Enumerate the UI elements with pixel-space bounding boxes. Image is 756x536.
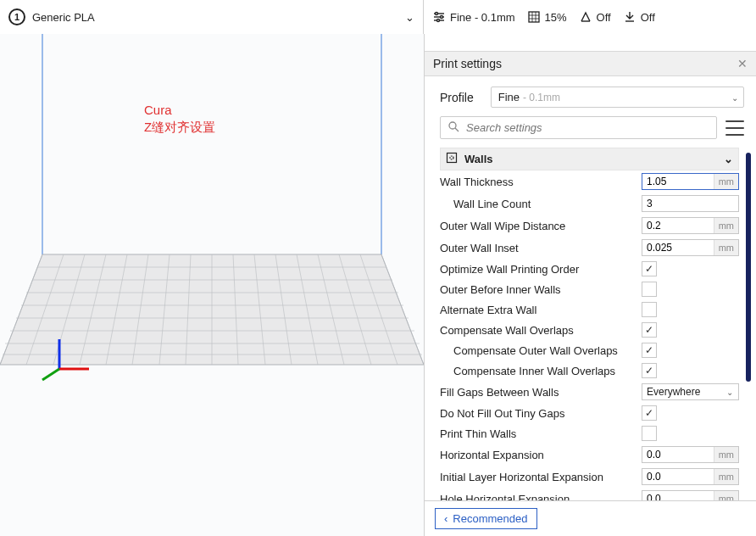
- h-expansion-input[interactable]: [642, 447, 714, 462]
- material-name: Generic PLA: [32, 11, 95, 24]
- build-plate-viewport[interactable]: Cura Z缝对齐设置: [0, 34, 424, 536]
- panel-header: Print settings ✕: [425, 51, 756, 76]
- quick-support[interactable]: Off: [579, 10, 611, 24]
- wall-thickness-input[interactable]: [642, 174, 714, 189]
- setting-h-expansion: Horizontal Expansion mm: [440, 444, 739, 466]
- outer-wall-wipe-input[interactable]: [642, 218, 714, 233]
- wall-line-count-input[interactable]: [642, 196, 738, 211]
- quick-infill[interactable]: 15%: [527, 10, 567, 24]
- comp-inner-check[interactable]: ✓: [642, 363, 657, 378]
- setting-wall-thickness: Wall Thickness mm: [440, 170, 739, 193]
- adhesion-icon: [623, 10, 636, 24]
- sliders-icon: [432, 10, 446, 24]
- setting-comp-overlaps: Compensate Wall Overlaps ✓: [440, 320, 739, 340]
- svg-line-41: [455, 128, 459, 131]
- setting-optimize-order: Optimize Wall Printing Order ✓: [440, 259, 739, 279]
- setting-init-h-expansion: Initial Layer Horizontal Expansion mm: [440, 466, 739, 488]
- setting-print-thin: Print Thin Walls: [440, 423, 739, 444]
- comp-outer-check[interactable]: ✓: [642, 343, 657, 358]
- support-icon: [579, 10, 592, 24]
- setting-comp-inner: Compensate Inner Wall Overlaps ✓: [440, 360, 739, 381]
- section-walls[interactable]: Walls ⌄: [440, 148, 739, 170]
- setting-comp-outer: Compensate Outer Wall Overlaps ✓: [440, 340, 739, 360]
- alternate-extra-check[interactable]: [642, 302, 657, 317]
- init-h-expansion-input[interactable]: [642, 469, 714, 484]
- panel-title: Print settings: [433, 57, 502, 70]
- svg-rect-6: [529, 12, 539, 22]
- setting-no-tiny-gaps: Do Not Fill Out Tiny Gaps ✓: [440, 403, 739, 423]
- svg-point-5: [437, 20, 440, 22]
- print-thin-check[interactable]: [642, 426, 657, 441]
- profile-select[interactable]: Fine - 0.1mm ⌄: [491, 87, 744, 108]
- settings-list: Walls ⌄ Wall Thickness mm Wall Line Coun…: [425, 148, 756, 500]
- svg-point-3: [436, 13, 438, 15]
- setting-wall-line-count: Wall Line Count: [440, 193, 739, 215]
- quick-quality[interactable]: Fine - 0.1mm: [432, 10, 515, 24]
- panel-bottom-bar: ‹ Recommended: [425, 500, 756, 536]
- setting-alternate-extra: Alternate Extra Wall: [440, 299, 739, 320]
- close-icon[interactable]: ✕: [737, 57, 748, 70]
- no-tiny-gaps-check[interactable]: ✓: [642, 405, 657, 421]
- svg-point-43: [450, 156, 453, 159]
- quick-adhesion[interactable]: Off: [623, 10, 655, 24]
- walls-icon: [446, 152, 458, 166]
- search-icon: [447, 120, 459, 135]
- svg-line-39: [42, 369, 59, 380]
- chevron-down-icon: ⌄: [731, 92, 738, 102]
- print-settings-panel: Print settings ✕ Profile Fine - 0.1mm ⌄: [424, 34, 756, 536]
- setting-outer-wall-wipe: Outer Wall Wipe Distance mm: [440, 215, 739, 237]
- infill-icon: [527, 10, 541, 24]
- svg-point-4: [441, 16, 443, 19]
- settings-menu-icon[interactable]: [725, 120, 744, 136]
- setting-outer-wall-inset: Outer Wall Inset mm: [440, 237, 739, 259]
- recommended-button[interactable]: ‹ Recommended: [435, 508, 537, 529]
- hole-h-expansion-input[interactable]: [642, 491, 714, 500]
- setting-hole-h-expansion: Hole Horizontal Expansion mm: [440, 488, 739, 500]
- extruder-badge-icon: 1: [8, 8, 25, 25]
- comp-overlaps-check[interactable]: ✓: [642, 322, 657, 338]
- svg-point-40: [449, 122, 456, 129]
- outer-wall-inset-input[interactable]: [642, 240, 714, 255]
- setting-fill-gaps: Fill Gaps Between Walls Everywhere ⌄: [440, 381, 739, 403]
- setting-outer-before-inner: Outer Before Inner Walls: [440, 279, 739, 299]
- chevron-down-icon: ⌄: [726, 388, 733, 397]
- top-bar: 1 Generic PLA ⌄ Fine - 0.1mm 15% Off: [0, 0, 756, 34]
- fill-gaps-select[interactable]: Everywhere ⌄: [642, 383, 739, 400]
- svg-rect-42: [447, 154, 457, 163]
- material-dropdown[interactable]: 1 Generic PLA ⌄: [0, 0, 424, 34]
- optimize-order-check[interactable]: ✓: [642, 261, 657, 276]
- search-input-wrap[interactable]: [440, 116, 717, 139]
- chevron-down-icon: ⌄: [724, 153, 733, 165]
- profile-label: Profile: [440, 91, 474, 104]
- chevron-left-icon: ‹: [444, 512, 447, 525]
- quick-settings-bar[interactable]: Fine - 0.1mm 15% Off Off: [424, 0, 756, 34]
- search-input[interactable]: [466, 121, 709, 134]
- scrollbar[interactable]: [746, 153, 751, 382]
- viewport-annotation: Cura Z缝对齐设置: [144, 102, 215, 135]
- outer-before-inner-check[interactable]: [642, 282, 657, 297]
- chevron-down-icon: ⌄: [405, 11, 414, 24]
